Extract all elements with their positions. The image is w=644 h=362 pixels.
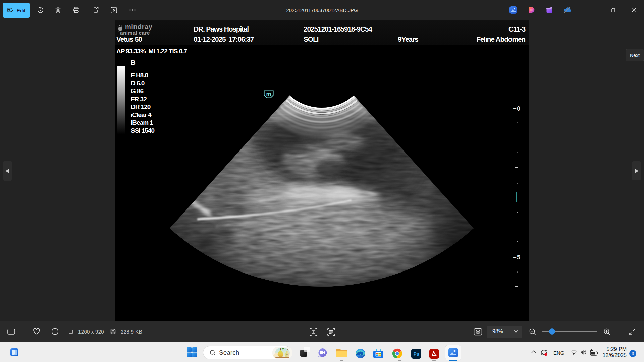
svg-text:Ps: Ps [413,351,419,357]
svg-text:animal care: animal care [120,30,150,36]
svg-text:m: m [266,91,271,97]
svg-text:mindray: mindray [125,23,153,31]
